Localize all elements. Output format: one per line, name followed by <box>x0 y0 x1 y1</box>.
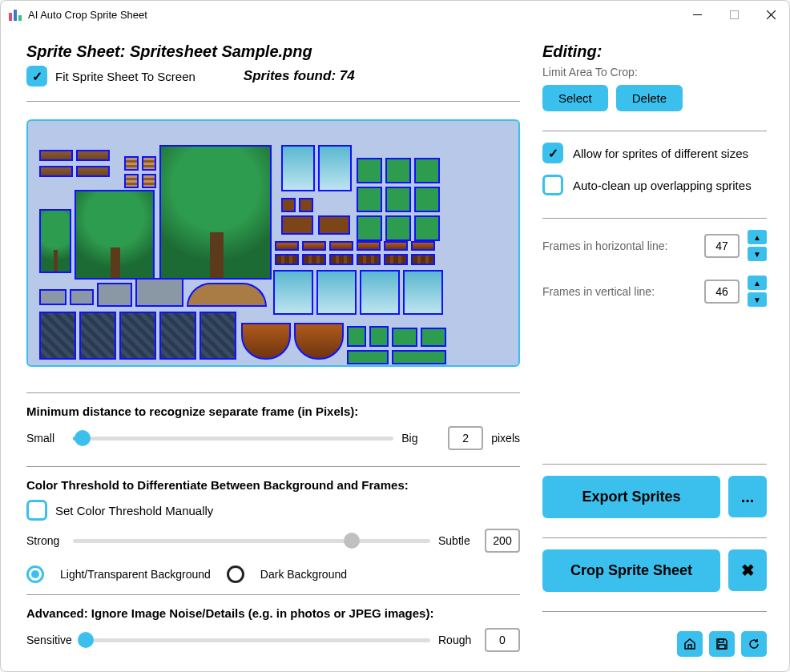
sprite-box[interactable] <box>39 289 67 305</box>
sprite-box[interactable] <box>357 241 381 251</box>
minimize-button[interactable] <box>679 2 715 27</box>
sprite-box[interactable] <box>384 254 408 265</box>
crop-button[interactable]: Crop Sprite Sheet <box>542 549 720 592</box>
home-icon[interactable] <box>677 631 703 657</box>
sprite-box[interactable] <box>200 312 236 360</box>
sprite-box[interactable] <box>124 174 139 188</box>
sprite-box[interactable] <box>119 312 156 360</box>
sprite-box[interactable] <box>281 198 296 212</box>
sprite-box[interactable] <box>142 156 156 171</box>
export-button[interactable]: Export Sprites <box>542 476 720 518</box>
frames-h-up[interactable]: ▲ <box>748 230 767 244</box>
spritesheet-preview[interactable] <box>26 119 520 367</box>
delete-button[interactable]: Delete <box>616 85 683 111</box>
refresh-icon[interactable] <box>741 631 767 657</box>
sprite-box[interactable] <box>79 312 116 360</box>
sprite-box[interactable] <box>347 326 366 347</box>
sprite-box[interactable] <box>142 174 156 188</box>
frames-v-value[interactable]: 46 <box>704 280 740 304</box>
sprite-box[interactable] <box>385 187 411 212</box>
frames-v-up[interactable]: ▲ <box>748 276 767 290</box>
sprite-box[interactable] <box>187 283 267 307</box>
save-icon[interactable] <box>709 631 735 657</box>
sprite-box[interactable] <box>275 254 299 265</box>
sprite-box[interactable] <box>360 270 400 315</box>
sprite-box[interactable] <box>329 241 353 251</box>
sprite-box[interactable] <box>281 215 313 235</box>
sprite-box[interactable] <box>318 215 350 235</box>
sprite-box[interactable] <box>392 328 417 347</box>
sprite-box[interactable] <box>357 187 382 212</box>
sprites-found-label: Sprites found: 74 <box>244 68 355 84</box>
autoclean-checkbox[interactable] <box>542 175 563 195</box>
noise-slider[interactable] <box>83 632 430 648</box>
sprite-box[interactable] <box>76 166 110 177</box>
sprite-box[interactable] <box>329 254 353 265</box>
sprite-box[interactable] <box>70 289 94 305</box>
distance-value[interactable]: 2 <box>448 426 483 450</box>
sprite-box[interactable] <box>76 150 110 161</box>
threshold-value[interactable]: 200 <box>485 529 520 553</box>
sprite-box[interactable] <box>357 158 382 183</box>
sprite-box[interactable] <box>414 215 440 241</box>
sprite-box[interactable] <box>385 158 411 183</box>
divider <box>542 464 767 465</box>
select-button[interactable]: Select <box>542 85 608 111</box>
sprite-box[interactable] <box>39 209 71 273</box>
window-controls <box>679 2 789 27</box>
sprite-box[interactable] <box>135 278 183 307</box>
sprite-box[interactable] <box>124 156 139 171</box>
sprite-box[interactable] <box>403 270 443 315</box>
close-button[interactable] <box>752 2 789 27</box>
dark-bg-radio[interactable] <box>227 565 244 583</box>
sprite-box[interactable] <box>384 241 408 251</box>
sprite-box[interactable] <box>414 158 440 183</box>
noise-value[interactable]: 0 <box>485 628 520 652</box>
svg-rect-8 <box>719 645 725 649</box>
sprite-box[interactable] <box>421 328 446 347</box>
sprite-box[interactable] <box>411 254 435 265</box>
svg-rect-4 <box>730 10 738 18</box>
noise-max-label: Rough <box>438 634 477 646</box>
sprite-box[interactable] <box>159 312 196 360</box>
sprite-box[interactable] <box>392 350 446 364</box>
sprite-box[interactable] <box>411 241 435 251</box>
sprite-box[interactable] <box>39 166 73 177</box>
sprite-box[interactable] <box>347 350 389 364</box>
sprite-box[interactable] <box>241 323 291 360</box>
export-more-button[interactable]: ... <box>728 476 767 517</box>
sprite-box[interactable] <box>357 215 382 241</box>
sprite-box[interactable] <box>39 150 73 161</box>
sprite-box[interactable] <box>316 270 357 315</box>
sprite-box[interactable] <box>357 254 381 265</box>
frames-v-down[interactable]: ▼ <box>748 292 767 307</box>
sprite-box[interactable] <box>369 326 389 347</box>
allow-diff-checkbox[interactable] <box>542 143 563 163</box>
sprite-box[interactable] <box>39 312 76 360</box>
distance-slider[interactable] <box>73 430 393 446</box>
maximize-button[interactable] <box>715 2 752 27</box>
sprite-box[interactable] <box>294 323 344 360</box>
sprite-box[interactable] <box>97 283 132 307</box>
sprite-box[interactable] <box>318 145 352 191</box>
svg-rect-0 <box>9 13 12 21</box>
sprite-box[interactable] <box>299 198 313 212</box>
sprite-box[interactable] <box>385 215 411 241</box>
sprite-box[interactable] <box>281 145 315 191</box>
sprite-box[interactable] <box>275 241 299 251</box>
sprite-box[interactable] <box>302 241 326 251</box>
sprite-box[interactable] <box>273 270 313 315</box>
light-bg-radio[interactable] <box>26 565 44 583</box>
threshold-slider[interactable] <box>73 533 430 549</box>
crop-cancel-button[interactable]: ✖ <box>728 549 767 591</box>
sprite-box[interactable] <box>159 145 272 280</box>
threshold-manual-checkbox[interactable] <box>26 500 47 521</box>
divider <box>26 101 520 102</box>
sprite-box[interactable] <box>414 187 440 212</box>
frames-h-value[interactable]: 47 <box>704 234 740 258</box>
sprite-box[interactable] <box>302 254 326 265</box>
sprite-box[interactable] <box>75 190 155 280</box>
svg-rect-2 <box>18 15 22 21</box>
fit-checkbox[interactable] <box>26 66 47 87</box>
frames-h-down[interactable]: ▼ <box>748 247 767 261</box>
